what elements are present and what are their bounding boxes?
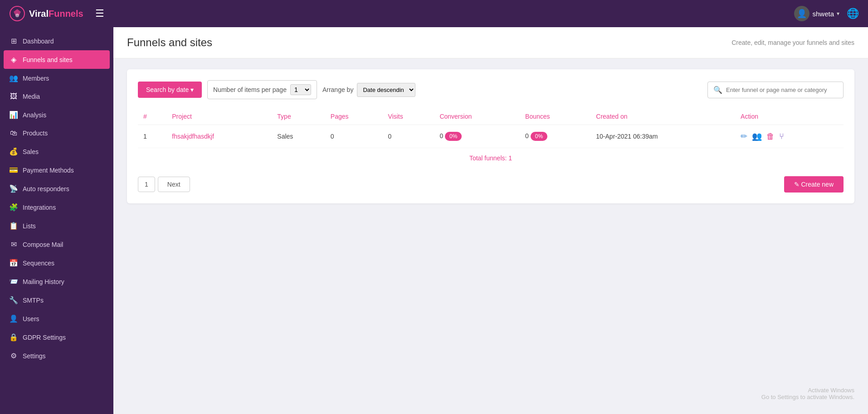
avatar: 👤: [794, 6, 809, 21]
sidebar-icon-mailing-history: 📨: [9, 277, 18, 286]
sidebar-item-mailing-history[interactable]: 📨 Mailing History: [0, 272, 113, 291]
content-area: Search by date ▾ Number of items per pag…: [113, 58, 868, 214]
items-per-page-label: Number of items per page: [213, 86, 287, 93]
sidebar-label-members: Members: [23, 75, 49, 82]
col-visits: Visits: [383, 108, 434, 125]
edit-icon[interactable]: ✏: [741, 131, 747, 141]
cell-action: ✏ 👥 🗑 ⑂: [735, 125, 844, 148]
sidebar-item-users[interactable]: 👤 Users: [0, 309, 113, 328]
sidebar-label-funnels-and-sites: Funnels and sites: [23, 56, 73, 63]
create-new-button[interactable]: ✎ Create new: [784, 176, 844, 193]
logo-viral-text: Viral: [29, 9, 49, 19]
sidebar-label-analysis: Analysis: [23, 111, 46, 119]
sidebar-label-users: Users: [23, 315, 39, 323]
sidebar-icon-funnels-and-sites: ◈: [9, 55, 18, 64]
sidebar-label-auto-responders: Auto responders: [23, 185, 69, 193]
col-project: Project: [166, 108, 272, 125]
sidebar-item-dashboard[interactable]: ⊞ Dashboard: [0, 32, 113, 50]
search-icon: 🔍: [713, 86, 722, 94]
sidebar-icon-smtps: 🔧: [9, 296, 18, 304]
sidebar-icon-media: 🖼: [9, 92, 18, 101]
cell-visits: 0: [383, 125, 434, 148]
page-header: Funnels and sites Create, edit, manage y…: [113, 27, 868, 58]
sidebar-item-sales[interactable]: 💰 Sales: [0, 142, 113, 161]
sidebar-icon-members: 👥: [9, 74, 18, 82]
sidebar-icon-analysis: 📊: [9, 111, 18, 119]
pagination-left: 1 Next: [138, 177, 190, 192]
sidebar-label-payment-methods: Payment Methods: [23, 167, 74, 174]
sidebar-item-compose-mail[interactable]: ✉ Compose Mail: [0, 235, 113, 254]
members-icon[interactable]: 👥: [752, 131, 762, 141]
sidebar-icon-compose-mail: ✉: [9, 240, 18, 249]
next-button[interactable]: Next: [158, 177, 190, 192]
sidebar-label-smtps: SMTPs: [23, 297, 44, 304]
col-conversion: Conversion: [434, 108, 520, 125]
sidebar-label-compose-mail: Compose Mail: [23, 241, 63, 248]
sidebar-label-sales: Sales: [23, 148, 39, 155]
hamburger-button[interactable]: ☰: [92, 6, 108, 21]
sidebar-icon-users: 👤: [9, 314, 18, 323]
sidebar-item-lists[interactable]: 📋 Lists: [0, 217, 113, 235]
search-by-date-button[interactable]: Search by date ▾: [138, 82, 202, 98]
main-card: Search by date ▾ Number of items per pag…: [127, 69, 854, 203]
sidebar-label-lists: Lists: [23, 222, 36, 230]
globe-icon[interactable]: 🌐: [847, 8, 859, 19]
sidebar-label-mailing-history: Mailing History: [23, 278, 64, 285]
sidebar-item-members[interactable]: 👥 Members: [0, 69, 113, 87]
sidebar: ⊞ Dashboard ◈ Funnels and sites 👥 Member…: [0, 27, 113, 414]
svg-point-1: [15, 14, 19, 17]
sidebar-item-media[interactable]: 🖼 Media: [0, 87, 113, 106]
sidebar-item-payment-methods[interactable]: 💳 Payment Methods: [0, 161, 113, 179]
conversion-badge: 0%: [445, 132, 462, 141]
arrange-by-container: Arrange by Date descendin Date ascending…: [322, 83, 415, 97]
col-pages: Pages: [325, 108, 383, 125]
sidebar-icon-sales: 💰: [9, 147, 18, 156]
cell-created-on: 10-Apr-2021 06:39am: [590, 125, 735, 148]
col-bounces: Bounces: [520, 108, 590, 125]
table-head: # Project Type Pages Visits Conversion B…: [138, 108, 844, 125]
logo: ViralFunnels: [9, 5, 83, 22]
sidebar-label-settings: Settings: [23, 352, 46, 360]
funnels-table: # Project Type Pages Visits Conversion B…: [138, 108, 844, 148]
sidebar-item-auto-responders[interactable]: 📡 Auto responders: [0, 179, 113, 198]
sidebar-icon-lists: 📋: [9, 221, 18, 230]
sidebar-label-media: Media: [23, 93, 40, 100]
total-funnels: Total funnels: 1: [138, 148, 844, 168]
cell-type: Sales: [272, 125, 325, 148]
cell-project: fhsakjdfhasdkjf: [166, 125, 272, 148]
table-body: 1 fhsakjdfhasdkjf Sales 0 0 0 0% 0 0% 10…: [138, 125, 844, 148]
sidebar-label-gdpr-settings: GDPR Settings: [23, 334, 66, 341]
branch-icon[interactable]: ⑂: [779, 132, 784, 141]
sidebar-icon-products: 🛍: [9, 129, 18, 137]
sidebar-item-sequences[interactable]: 📅 Sequences: [0, 254, 113, 272]
arrange-by-select[interactable]: Date descendin Date ascending Name A-Z: [357, 83, 415, 97]
sidebar-item-analysis[interactable]: 📊 Analysis: [0, 106, 113, 124]
sidebar-item-gdpr-settings[interactable]: 🔒 GDPR Settings: [0, 328, 113, 347]
page-subtitle: Create, edit, manage your funnels and si…: [731, 39, 854, 46]
sidebar-item-integrations[interactable]: 🧩 Integrations: [0, 198, 113, 217]
sidebar-item-products[interactable]: 🛍 Products: [0, 124, 113, 142]
sidebar-icon-auto-responders: 📡: [9, 184, 18, 193]
search-input[interactable]: [726, 87, 838, 93]
project-link[interactable]: fhsakjdfhasdkjf: [172, 133, 214, 140]
cell-conversion: 0 0%: [434, 125, 520, 148]
sidebar-item-smtps[interactable]: 🔧 SMTPs: [0, 291, 113, 309]
user-menu[interactable]: 👤 shweta ▾: [794, 6, 839, 21]
sidebar-item-funnels-and-sites[interactable]: ◈ Funnels and sites: [4, 50, 110, 69]
toolbar: Search by date ▾ Number of items per pag…: [138, 80, 844, 99]
page-1-button[interactable]: 1: [138, 177, 155, 192]
sidebar-label-products: Products: [23, 130, 48, 137]
sidebar-item-settings[interactable]: ⚙ Settings: [0, 347, 113, 365]
col-hash: #: [138, 108, 166, 125]
action-icons: ✏ 👥 🗑 ⑂: [741, 131, 838, 141]
sidebar-label-sequences: Sequences: [23, 260, 54, 267]
search-box[interactable]: 🔍: [707, 82, 844, 98]
sidebar-icon-settings: ⚙: [9, 351, 18, 360]
sidebar-icon-dashboard: ⊞: [9, 37, 18, 45]
sidebar-label-dashboard: Dashboard: [23, 38, 54, 45]
sidebar-icon-gdpr-settings: 🔒: [9, 333, 18, 342]
items-per-page-container: Number of items per page 1 5 10 25: [207, 80, 317, 99]
items-per-page-select[interactable]: 1 5 10 25: [290, 84, 311, 95]
delete-icon[interactable]: 🗑: [766, 132, 775, 141]
arrange-by-label: Arrange by: [322, 86, 353, 93]
